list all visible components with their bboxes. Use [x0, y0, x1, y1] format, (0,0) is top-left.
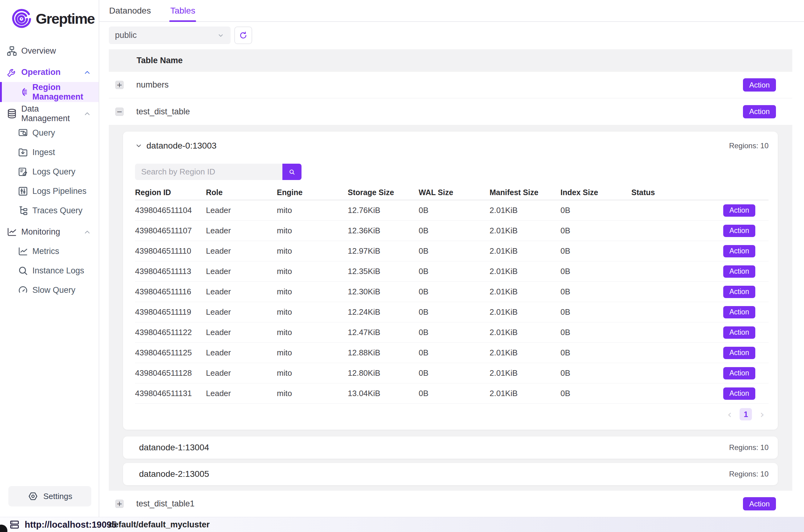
datanode-name: datanode-1:13004 — [139, 443, 209, 453]
sidebar-section-data-management[interactable]: Data Management — [0, 104, 99, 123]
column-header: WAL Size — [419, 188, 490, 197]
region-cell-engine: mito — [277, 226, 348, 235]
sidebar-item-slow-query[interactable]: Slow Query — [0, 281, 99, 300]
tab-label: Datanodes — [109, 6, 151, 16]
region-cell-index: 0B — [560, 348, 631, 358]
corner-floating-button[interactable] — [0, 525, 7, 532]
pagination: ‹ 1 › — [135, 407, 764, 421]
region-search-input[interactable] — [135, 164, 282, 180]
sidebar-section-operation[interactable]: Operation — [0, 62, 99, 82]
logs-pipelines-icon — [17, 185, 29, 197]
table-action-button[interactable]: Action — [743, 105, 776, 118]
sidebar-item-ingest[interactable]: Ingest — [0, 143, 99, 162]
sidebar-item-metrics[interactable]: Metrics — [0, 242, 99, 261]
settings-button[interactable]: Settings — [8, 486, 91, 507]
chevron-up-icon[interactable] — [83, 69, 91, 76]
sidebar-item-overview[interactable]: Overview — [0, 41, 99, 61]
sidebar-item-label: Ingest — [32, 148, 55, 157]
region-table-row: 4398046511113Leadermito12.35KiB0B2.01KiB… — [135, 261, 768, 282]
tab-bar: Datanodes Tables — [99, 0, 804, 22]
region-action-button[interactable]: Action — [723, 286, 755, 298]
column-header: Engine — [277, 188, 348, 197]
server-url[interactable]: http://localhost:19095 — [25, 520, 117, 530]
datanode-name: datanode-2:13005 — [139, 469, 209, 479]
region-cell-role: Leader — [206, 206, 277, 215]
region-action-cell: Action — [723, 286, 755, 298]
search-icon — [288, 168, 296, 176]
region-search-button[interactable] — [282, 164, 302, 180]
schema-select-value: public — [115, 31, 137, 40]
sidebar-nav: Overview Operation — [0, 41, 99, 300]
region-cell-region_id: 4398046511125 — [135, 348, 206, 358]
app-root: Greptime Overview — [0, 0, 804, 532]
region-cell-region_id: 4398046511131 — [135, 389, 206, 398]
pagination-prev-icon[interactable]: ‹ — [728, 409, 732, 419]
datanode-card-1[interactable]: datanode-1:13004 Regions: 10 — [123, 436, 778, 459]
sidebar-item-label: Operation — [21, 68, 61, 77]
region-cell-engine: mito — [277, 328, 348, 337]
sidebar-item-label: Slow Query — [32, 285, 76, 295]
schema-select[interactable]: public — [109, 26, 231, 44]
chevron-up-icon[interactable] — [83, 110, 91, 118]
pagination-page-1[interactable]: 1 — [740, 408, 752, 420]
collapse-button[interactable]: − — [115, 108, 123, 116]
table-row-test_dist_table: − test_dist_table Action — [109, 98, 792, 125]
table-action-button[interactable]: Action — [743, 497, 776, 510]
region-action-button[interactable]: Action — [723, 387, 755, 400]
region-cell-role: Leader — [206, 226, 277, 235]
brand-logo[interactable]: Greptime — [0, 0, 99, 29]
region-cell-manifest: 2.01KiB — [490, 348, 560, 358]
sidebar-item-logs-query[interactable]: Logs Query — [0, 162, 99, 182]
region-cell-index: 0B — [560, 267, 631, 276]
datanode-card-2[interactable]: datanode-2:13005 Regions: 10 — [123, 463, 778, 485]
region-action-button[interactable]: Action — [723, 265, 755, 278]
region-cell-engine: mito — [277, 267, 348, 276]
overview-icon — [5, 45, 18, 57]
sidebar-item-label: Instance Logs — [32, 266, 84, 276]
region-action-button[interactable]: Action — [723, 326, 755, 339]
refresh-icon — [238, 31, 248, 40]
sidebar-item-query[interactable]: Query — [0, 123, 99, 143]
region-action-cell: Action — [723, 225, 755, 237]
settings-nut-icon — [27, 491, 39, 502]
region-action-button[interactable]: Action — [723, 225, 755, 237]
datanode-card-header[interactable]: datanode-0:13003 Regions: 10 — [135, 141, 768, 151]
region-cell-manifest: 2.01KiB — [490, 307, 560, 317]
region-cell-index: 0B — [560, 226, 631, 235]
expand-button[interactable]: + — [115, 81, 123, 89]
datanode-card-0: datanode-0:13003 Regions: 10 Region ID — [123, 132, 778, 430]
sidebar-item-region-management[interactable]: Region Management — [0, 82, 99, 102]
column-header: Manifest Size — [490, 188, 560, 197]
metrics-icon — [17, 245, 29, 258]
region-action-button[interactable]: Action — [723, 204, 755, 217]
region-cell-region_id: 4398046511113 — [135, 267, 206, 276]
region-action-button[interactable]: Action — [723, 245, 755, 258]
table-action-button[interactable]: Action — [743, 78, 776, 92]
chevron-up-icon[interactable] — [83, 228, 91, 236]
region-action-button[interactable]: Action — [723, 306, 755, 318]
region-action-button[interactable]: Action — [723, 367, 755, 379]
sidebar-item-logs-pipelines[interactable]: Logs Pipelines — [0, 182, 99, 201]
region-cell-wal: 0B — [419, 328, 490, 337]
datanode-name: datanode-0:13003 — [147, 141, 216, 151]
regions-count: Regions: 10 — [729, 470, 768, 478]
chevron-down-icon[interactable] — [135, 142, 142, 150]
ingest-icon — [17, 147, 29, 159]
region-action-cell: Action — [723, 306, 755, 318]
region-cell-manifest: 2.01KiB — [490, 267, 560, 276]
region-cell-storage: 12.35KiB — [348, 267, 419, 276]
tab-tables[interactable]: Tables — [169, 0, 196, 21]
region-cell-engine: mito — [277, 368, 348, 378]
table-row-test_dist_table1: + test_dist_table1 Action — [109, 491, 792, 517]
tab-datanodes[interactable]: Datanodes — [108, 0, 152, 21]
tab-label: Tables — [170, 6, 195, 16]
region-action-button[interactable]: Action — [723, 347, 755, 359]
expand-button[interactable]: + — [115, 500, 123, 508]
region-cell-storage: 12.24KiB — [348, 307, 419, 317]
sidebar-section-monitoring[interactable]: Monitoring — [0, 222, 99, 242]
refresh-button[interactable] — [234, 26, 252, 44]
pagination-next-icon[interactable]: › — [760, 409, 764, 419]
region-cell-manifest: 2.01KiB — [490, 389, 560, 398]
sidebar-item-traces-query[interactable]: Traces Query — [0, 201, 99, 221]
sidebar-item-instance-logs[interactable]: Instance Logs — [0, 261, 99, 281]
